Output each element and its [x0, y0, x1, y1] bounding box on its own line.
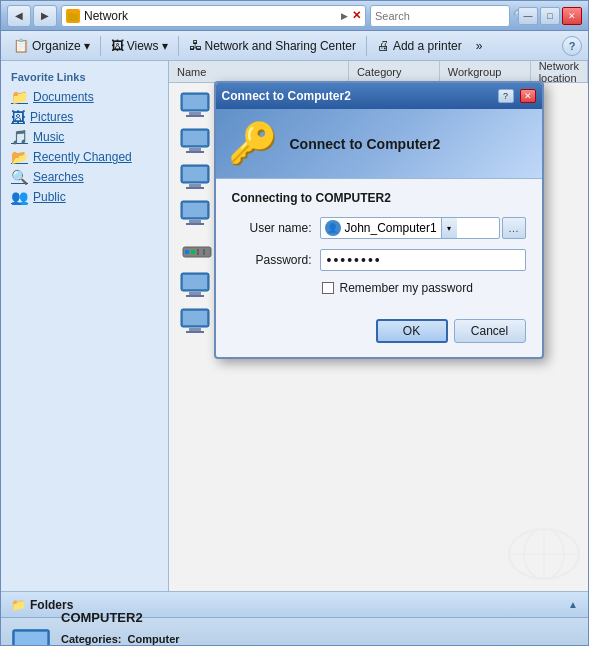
sidebar-item-pictures[interactable]: 🖼 Pictures	[1, 107, 168, 127]
public-icon: 👥	[11, 189, 28, 205]
search-input[interactable]	[375, 10, 513, 22]
add-printer-button[interactable]: 🖨 Add a printer	[371, 36, 468, 55]
views-icon: 🖼	[111, 38, 124, 53]
sidebar-item-searches-label: Searches	[33, 170, 84, 184]
toolbar-separator-1	[100, 36, 101, 56]
dialog-close-button[interactable]: ✕	[520, 89, 536, 103]
toolbar-separator-2	[178, 36, 179, 56]
sidebar-item-documents[interactable]: 📁 Documents	[1, 87, 168, 107]
documents-icon: 📁	[11, 89, 28, 105]
folders-chevron-icon: ▲	[568, 599, 578, 610]
password-label: Password:	[232, 253, 312, 267]
dialog-overlay: Connect to Computer2 ? ✕ 🔑 Connect to Co…	[169, 61, 588, 591]
address-bar[interactable]: Network ▶ ✕	[61, 5, 366, 27]
minimize-button[interactable]: —	[518, 7, 538, 25]
connect-dialog: Connect to Computer2 ? ✕ 🔑 Connect to Co…	[214, 81, 544, 359]
dialog-title-bar: Connect to Computer2 ? ✕	[216, 83, 542, 109]
sidebar-item-music[interactable]: 🎵 Music	[1, 127, 168, 147]
password-row: Password:	[232, 249, 526, 271]
help-icon: ?	[569, 40, 576, 52]
dialog-footer: OK Cancel	[216, 319, 542, 357]
search-bar[interactable]: 🔍	[370, 5, 510, 27]
status-details: COMPUTER2 Categories: Computer Workgroup…	[61, 608, 212, 646]
add-printer-label: Add a printer	[393, 39, 462, 53]
sidebar: Favorite Links 📁 Documents 🖼 Pictures 🎵 …	[1, 61, 169, 591]
status-categories-row: Categories: Computer	[61, 631, 212, 646]
status-categories-value: Computer	[128, 633, 180, 645]
ok-button[interactable]: OK	[376, 319, 448, 343]
dialog-body: Connecting to COMPUTER2 User name: 👤 Joh…	[216, 179, 542, 319]
sidebar-item-pictures-label: Pictures	[30, 110, 73, 124]
svg-rect-0	[68, 14, 78, 21]
sidebar-item-public-label: Public	[33, 190, 66, 204]
network-icon: 🖧	[189, 38, 202, 53]
cancel-button[interactable]: Cancel	[454, 319, 526, 343]
organize-chevron-icon: ▾	[84, 39, 90, 53]
sidebar-item-documents-label: Documents	[33, 90, 94, 104]
status-categories-label: Categories:	[61, 633, 122, 645]
views-label: Views	[127, 39, 159, 53]
network-sharing-label: Network and Sharing Center	[205, 39, 356, 53]
music-icon: 🎵	[11, 129, 28, 145]
maximize-button[interactable]: □	[540, 7, 560, 25]
username-row: User name: 👤 John_Computer1 ▾ …	[232, 217, 526, 239]
status-computer-name: COMPUTER2	[61, 608, 212, 629]
address-text: Network	[84, 9, 337, 23]
network-watermark	[504, 524, 584, 587]
dialog-help-button[interactable]: ?	[498, 89, 514, 103]
status-computer-icon	[11, 626, 51, 647]
status-bar: COMPUTER2 Categories: Computer Workgroup…	[1, 617, 588, 646]
dialog-header-title: Connect to Computer2	[290, 136, 441, 152]
svg-rect-36	[15, 632, 47, 647]
toolbar: 📋 Organize ▾ 🖼 Views ▾ 🖧 Network and Sha…	[1, 31, 588, 61]
back-button[interactable]: ◀	[7, 5, 31, 27]
folders-icon: 📁	[11, 598, 26, 612]
username-value: John_Computer1	[345, 221, 437, 235]
username-select[interactable]: 👤 John_Computer1 ▾	[320, 217, 500, 239]
sidebar-item-music-label: Music	[33, 130, 64, 144]
dialog-title-text: Connect to Computer2	[222, 89, 492, 103]
network-sharing-button[interactable]: 🖧 Network and Sharing Center	[183, 36, 362, 55]
forward-button[interactable]: ▶	[33, 5, 57, 27]
main-layout: Favorite Links 📁 Documents 🖼 Pictures 🎵 …	[1, 61, 588, 591]
help-button[interactable]: ?	[562, 36, 582, 56]
organize-icon: 📋	[13, 38, 29, 53]
sidebar-item-recently-changed-label: Recently Changed	[33, 150, 132, 164]
sidebar-item-searches[interactable]: 🔍 Searches	[1, 167, 168, 187]
views-chevron-icon: ▾	[162, 39, 168, 53]
content-area: Name Category Workgroup Network location…	[169, 61, 588, 591]
printer-icon: 🖨	[377, 38, 390, 53]
window-controls: — □ ✕	[518, 7, 582, 25]
sidebar-item-recently-changed[interactable]: 📂 Recently Changed	[1, 147, 168, 167]
pictures-icon: 🖼	[11, 109, 25, 125]
address-arrow-icon: ▶	[341, 11, 348, 21]
user-avatar-icon: 👤	[325, 220, 341, 236]
nav-buttons: ◀ ▶	[7, 5, 57, 27]
favorite-links-title: Favorite Links	[1, 69, 168, 87]
sidebar-item-public[interactable]: 👥 Public	[1, 187, 168, 207]
organize-button[interactable]: 📋 Organize ▾	[7, 36, 96, 55]
keys-icon: 🔑	[228, 120, 278, 167]
searches-icon: 🔍	[11, 169, 28, 185]
remember-password-checkbox[interactable]	[322, 282, 334, 294]
username-input-wrap: 👤 John_Computer1 ▾ …	[320, 217, 526, 239]
toolbar-separator-3	[366, 36, 367, 56]
organize-label: Organize	[32, 39, 81, 53]
address-folder-icon	[66, 9, 80, 23]
svg-rect-1	[68, 13, 73, 15]
recently-changed-icon: 📂	[11, 149, 28, 165]
dialog-connecting-text: Connecting to COMPUTER2	[232, 191, 526, 205]
username-label: User name:	[232, 221, 312, 235]
close-button[interactable]: ✕	[562, 7, 582, 25]
remember-password-label: Remember my password	[340, 281, 473, 295]
username-browse-button[interactable]: …	[502, 217, 526, 239]
password-input[interactable]	[320, 249, 526, 271]
address-clear-button[interactable]: ✕	[352, 9, 361, 22]
more-button[interactable]: »	[470, 37, 489, 55]
more-label: »	[476, 39, 483, 53]
remember-password-row: Remember my password	[322, 281, 526, 295]
views-button[interactable]: 🖼 Views ▾	[105, 36, 174, 55]
username-dropdown-arrow[interactable]: ▾	[441, 218, 457, 238]
dialog-header-area: 🔑 Connect to Computer2	[216, 109, 542, 179]
title-bar: ◀ ▶ Network ▶ ✕ 🔍 — □ ✕	[1, 1, 588, 31]
